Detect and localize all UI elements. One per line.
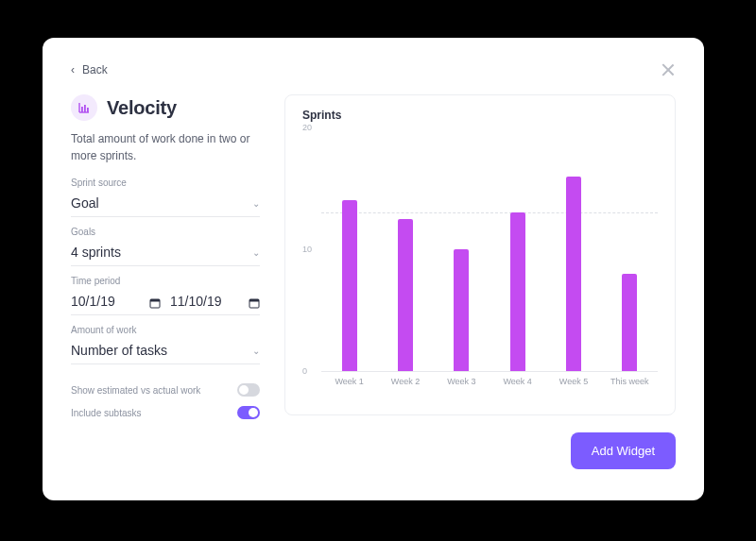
bar-column	[494, 212, 541, 371]
amount-of-work-label: Amount of work	[71, 325, 260, 335]
svg-rect-2	[87, 108, 89, 112]
x-tick-label: Week 5	[550, 377, 597, 386]
chevron-left-icon: ‹	[71, 63, 75, 76]
chart-area: 01020Week 1Week 2Week 3Week 4Week 5This …	[302, 127, 658, 405]
x-tick-label: Week 1	[326, 377, 373, 386]
y-tick-label: 10	[302, 245, 312, 254]
bar-column	[326, 200, 373, 371]
calendar-icon	[149, 296, 161, 307]
chevron-down-icon: ⌄	[252, 247, 260, 258]
back-label: Back	[82, 63, 108, 76]
toggle-estimated-vs-actual[interactable]	[237, 383, 260, 397]
bar	[566, 177, 581, 371]
date-from: 10/1/19	[71, 294, 140, 309]
svg-rect-6	[249, 299, 259, 302]
amount-of-work-value: Number of tasks	[71, 343, 167, 358]
bars-group	[321, 127, 658, 371]
bar	[454, 249, 469, 371]
amount-of-work-select[interactable]: Number of tasks ⌄	[71, 339, 260, 364]
toggle-include-subtasks[interactable]	[237, 406, 260, 419]
toggle-estimated-label: Show estimated vs actual work	[71, 385, 200, 396]
x-tick-label: This week	[606, 377, 653, 386]
time-period-label: Time period	[71, 276, 260, 286]
sprint-source-label: Sprint source	[71, 178, 260, 188]
svg-rect-1	[84, 105, 86, 112]
goals-value: 4 sprints	[71, 245, 121, 260]
x-tick-label: Week 2	[382, 377, 429, 386]
velocity-icon	[71, 94, 97, 121]
svg-rect-4	[150, 299, 160, 302]
chevron-down-icon: ⌄	[252, 346, 260, 356]
page-description: Total amount of work done in two or more…	[71, 130, 250, 164]
bar-column	[382, 219, 429, 371]
bar-column	[550, 177, 597, 371]
page-title: Velocity	[107, 97, 177, 119]
x-tick-label: Week 3	[438, 377, 485, 386]
add-widget-button[interactable]: Add Widget	[571, 432, 676, 469]
chart-card: Sprints 01020Week 1Week 2Week 3Week 4Wee…	[284, 94, 676, 415]
bar	[510, 212, 525, 371]
chart-title: Sprints	[302, 109, 658, 122]
y-tick-label: 20	[302, 123, 312, 132]
sprint-source-select[interactable]: Goal ⌄	[71, 192, 260, 217]
calendar-icon	[249, 296, 260, 307]
close-icon[interactable]	[661, 62, 676, 77]
modal-topbar: ‹ Back	[71, 62, 676, 77]
goals-select[interactable]: 4 sprints ⌄	[71, 241, 260, 266]
svg-rect-0	[81, 107, 83, 112]
y-tick-label: 0	[302, 366, 307, 376]
bar-column	[438, 249, 485, 371]
chevron-down-icon: ⌄	[252, 198, 260, 209]
time-period-range[interactable]: 10/1/19 11/10/19	[71, 290, 260, 315]
toggle-subtasks-label: Include subtasks	[71, 408, 142, 418]
bar	[622, 274, 637, 371]
x-axis-labels: Week 1Week 2Week 3Week 4Week 5This week	[321, 371, 658, 386]
bar	[398, 219, 413, 371]
bar	[342, 200, 357, 371]
x-tick-label: Week 4	[494, 377, 541, 386]
widget-config-modal: ‹ Back Velocity Total amount of work don…	[43, 38, 704, 500]
goals-label: Goals	[71, 227, 260, 237]
bar-column	[606, 274, 653, 371]
sprint-source-value: Goal	[71, 195, 99, 211]
date-to: 11/10/19	[170, 294, 239, 309]
back-button[interactable]: ‹ Back	[71, 63, 108, 76]
config-panel: Velocity Total amount of work done in tw…	[71, 94, 260, 478]
